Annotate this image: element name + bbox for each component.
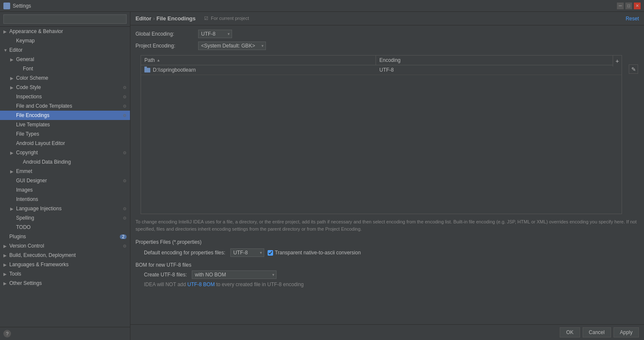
file-table-body: D:\\springbootlearn UTF-8	[141, 65, 622, 214]
table-side-buttons: ✎	[629, 53, 639, 214]
bom-link[interactable]: UTF-8 BOM	[187, 281, 215, 287]
expand-arrow-icon: ▶	[3, 253, 8, 258]
sidebar-item-general[interactable]: ▶General	[0, 55, 130, 64]
sidebar-item-label: Build, Execution, Deployment	[9, 252, 76, 258]
reset-button[interactable]: Reset	[626, 16, 639, 22]
table-row[interactable]: D:\\springbootlearn UTF-8	[141, 65, 622, 75]
sidebar-item-file-types[interactable]: File Types	[0, 129, 130, 139]
sidebar-item-label: File Encodings	[16, 112, 50, 118]
path-label: Path	[144, 57, 155, 63]
create-utf8-select[interactable]: with NO BOM	[192, 270, 276, 279]
sidebar-tree: ▶Appearance & BehaviorKeymap▼Editor▶Gene…	[0, 27, 130, 327]
sidebar-item-label: Code Style	[16, 84, 41, 90]
gear-icon: ⚙	[123, 178, 127, 183]
create-utf8-select-wrapper: with NO BOM	[192, 270, 276, 279]
sidebar-item-code-style[interactable]: ▶Code Style⚙	[0, 83, 130, 92]
apply-button[interactable]: Apply	[614, 327, 639, 337]
expand-arrow-icon: ▶	[3, 281, 8, 286]
content-panel: Editor › File Encodings ☑ For current pr…	[130, 12, 644, 340]
edit-entry-button[interactable]: ✎	[629, 64, 638, 74]
sidebar-item-build-execution[interactable]: ▶Build, Execution, Deployment	[0, 251, 130, 260]
sidebar-item-label: Keymap	[16, 38, 35, 44]
global-encoding-row: Global Encoding: UTF-8	[135, 30, 639, 38]
gear-icon: ⚙	[123, 113, 127, 118]
sidebar-bottom: ?	[0, 327, 130, 340]
add-entry-button[interactable]: +	[613, 56, 622, 67]
global-encoding-select[interactable]: UTF-8	[198, 30, 232, 38]
breadcrumb-separator: ›	[153, 16, 155, 22]
sidebar-item-label: Intentions	[16, 196, 38, 202]
cancel-button[interactable]: Cancel	[583, 327, 611, 337]
global-encoding-select-wrapper: UTF-8	[198, 30, 232, 38]
expand-arrow-icon: ▶	[10, 206, 15, 211]
sidebar-item-label: File Types	[16, 131, 39, 137]
sidebar-item-gui-designer[interactable]: GUI Designer⚙	[0, 176, 130, 185]
sidebar-item-live-templates[interactable]: Live Templates	[0, 120, 130, 129]
transparent-conversion-text: Transparent native-to-ascii conversion	[275, 250, 361, 256]
sidebar: ▶Appearance & BehaviorKeymap▼Editor▶Gene…	[0, 12, 130, 340]
search-input[interactable]	[3, 14, 127, 24]
maximize-button[interactable]: □	[625, 3, 632, 9]
app-icon	[3, 3, 10, 9]
bom-section: BOM for new UTF-8 files Create UTF-8 fil…	[130, 259, 644, 291]
sidebar-item-copyright[interactable]: ▶Copyright⚙	[0, 148, 130, 157]
sidebar-item-spelling[interactable]: Spelling⚙	[0, 213, 130, 223]
project-encoding-select-wrapper: <System Default: GBK>	[198, 42, 266, 50]
sidebar-item-android-layout-editor[interactable]: Android Layout Editor	[0, 139, 130, 148]
path-cell: D:\\springbootlearn	[141, 65, 376, 75]
sidebar-item-todo[interactable]: TODO	[0, 223, 130, 232]
expand-arrow-icon: ▶	[10, 169, 15, 174]
close-button[interactable]: ✕	[634, 3, 641, 9]
sidebar-item-android-data-binding[interactable]: Android Data Binding	[0, 157, 130, 167]
file-table: Path ▲ Encoding + D:\\springbootlearn	[141, 55, 622, 214]
sidebar-item-languages-frameworks[interactable]: ▶Languages & Frameworks	[0, 260, 130, 269]
minimize-button[interactable]: ─	[617, 3, 624, 9]
project-encoding-select[interactable]: <System Default: GBK>	[198, 42, 266, 50]
project-encoding-label: Project Encoding:	[135, 43, 195, 49]
sidebar-item-file-code-templates[interactable]: File and Code Templates⚙	[0, 101, 130, 111]
sidebar-item-label: Spelling	[16, 215, 34, 221]
sidebar-item-label: Color Scheme	[16, 75, 48, 81]
properties-section-title: Properties Files (*.properties)	[130, 237, 644, 247]
expand-arrow-icon: ▼	[3, 48, 8, 53]
sidebar-item-label: Font	[23, 66, 33, 72]
global-encoding-label: Global Encoding:	[135, 31, 195, 37]
sidebar-item-images[interactable]: Images	[0, 185, 130, 195]
gear-icon: ⚙	[123, 104, 127, 109]
sidebar-item-color-scheme[interactable]: ▶Color Scheme	[0, 73, 130, 83]
sidebar-item-intentions[interactable]: Intentions	[0, 195, 130, 204]
transparent-conversion-checkbox[interactable]	[268, 250, 273, 256]
sidebar-item-label: GUI Designer	[16, 178, 47, 184]
transparent-conversion-label[interactable]: Transparent native-to-ascii conversion	[268, 250, 361, 256]
sidebar-item-tools[interactable]: ▶Tools	[0, 269, 130, 279]
sidebar-item-language-injections[interactable]: ▶Language Injections⚙	[0, 204, 130, 213]
sidebar-item-file-encodings[interactable]: File Encodings⚙	[0, 111, 130, 120]
sidebar-item-emmet[interactable]: ▶Emmet	[0, 167, 130, 176]
sidebar-item-keymap[interactable]: Keymap	[0, 36, 130, 45]
window-title: Settings	[13, 3, 31, 9]
sidebar-item-label: Languages & Frameworks	[9, 262, 69, 268]
props-encoding-select-wrapper: UTF-8	[230, 248, 264, 257]
sidebar-item-inspections[interactable]: Inspections⚙	[0, 92, 130, 101]
badge: 2	[120, 234, 127, 239]
ok-button[interactable]: OK	[560, 327, 580, 337]
help-button[interactable]: ?	[3, 330, 11, 337]
sidebar-item-font[interactable]: Font	[0, 64, 130, 73]
sidebar-item-other-settings[interactable]: ▶Other Settings	[0, 279, 130, 288]
props-encoding-select[interactable]: UTF-8	[230, 248, 264, 257]
bom-title: BOM for new UTF-8 files	[135, 262, 639, 268]
create-utf8-label: Create UTF-8 files:	[144, 272, 187, 278]
properties-row: Default encoding for properties files: U…	[130, 247, 644, 259]
sidebar-item-label: General	[16, 56, 34, 62]
sidebar-item-label: TODO	[16, 224, 30, 230]
sidebar-item-editor[interactable]: ▼Editor	[0, 45, 130, 55]
folder-icon	[144, 68, 150, 72]
sidebar-item-label: Tools	[9, 271, 21, 277]
sidebar-item-label: Other Settings	[9, 280, 42, 286]
sidebar-item-plugins[interactable]: Plugins2	[0, 232, 130, 241]
bom-info: IDEA will NOT add UTF-8 BOM to every cre…	[135, 281, 639, 289]
sidebar-item-label: Live Templates	[16, 122, 50, 128]
sidebar-item-appearance[interactable]: ▶Appearance & Behavior	[0, 27, 130, 36]
sidebar-item-version-control[interactable]: ▶Version Control⚙	[0, 241, 130, 251]
main-container: ▶Appearance & BehaviorKeymap▼Editor▶Gene…	[0, 12, 644, 340]
